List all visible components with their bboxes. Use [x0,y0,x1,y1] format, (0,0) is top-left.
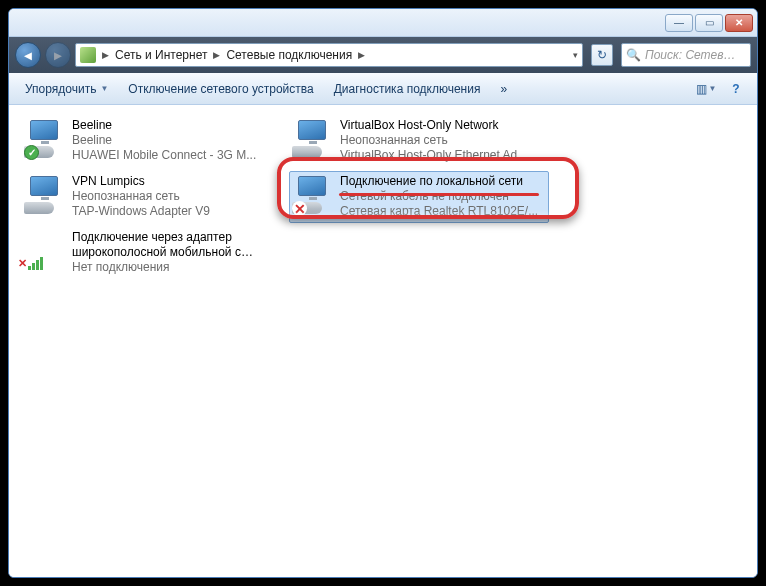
connection-name: VirtualBox Host-Only Network [340,118,527,133]
explorer-window: — ▭ ✕ ◄ ► ▶ Сеть и Интернет ▶ Сетевые по… [8,8,758,578]
connection-device: Сетевая карта Realtek RTL8102E/... [340,204,538,219]
back-button[interactable]: ◄ [15,42,41,68]
breadcrumb[interactable]: Сетевые подключения [226,48,352,62]
connection-icon: ✕ [292,174,334,216]
search-icon: 🔍 [626,48,641,62]
breadcrumb[interactable]: Сеть и Интернет [115,48,207,62]
view-mode-button[interactable]: ▥▼ [693,78,719,100]
connection-item[interactable]: VPN Lumpics Неопознанная сеть TAP-Window… [21,171,281,223]
refresh-button[interactable]: ↻ [591,44,613,66]
dropdown-chevron-icon[interactable]: ▾ [573,50,578,60]
chevron-icon: ▶ [358,50,365,60]
connection-name: VPN Lumpics [72,174,210,189]
connection-item[interactable]: ✓ Beeline Beeline HUAWEI Mobile Connect … [21,115,281,167]
maximize-button[interactable]: ▭ [695,14,723,32]
titlebar[interactable]: — ▭ ✕ [9,9,757,37]
connection-icon [24,174,66,216]
connection-item[interactable]: VirtualBox Host-Only Network Неопознанна… [289,115,549,167]
connection-status: Beeline [72,133,256,148]
connection-device: TAP-Windows Adapter V9 [72,204,210,219]
search-input[interactable]: 🔍 Поиск: Сетев… [621,43,751,67]
navigation-bar: ◄ ► ▶ Сеть и Интернет ▶ Сетевые подключе… [9,37,757,73]
connection-status: Нет подключения [72,260,272,275]
status-disconnected-icon: ✕ [292,201,307,216]
signal-bars-icon [28,257,43,270]
connection-name: Beeline [72,118,256,133]
organize-button[interactable]: Упорядочить▼ [17,79,116,99]
connection-status: Неопознанная сеть [72,189,210,204]
connection-item[interactable]: Подключение через адаптер широкополосной… [21,227,281,279]
connection-device: VirtualBox Host-Only Ethernet Ad... [340,148,527,163]
connection-icon [292,118,334,160]
forward-button[interactable]: ► [45,42,71,68]
connection-item-selected[interactable]: ✕ Подключение по локальной сети Сетевой … [289,171,549,223]
connection-icon: ✓ [24,118,66,160]
diagnostics-button[interactable]: Диагностика подключения [326,79,489,99]
more-button[interactable]: » [492,79,515,99]
content-area[interactable]: ✓ Beeline Beeline HUAWEI Mobile Connect … [9,105,757,577]
connection-status: Неопознанная сеть [340,133,527,148]
address-bar[interactable]: ▶ Сеть и Интернет ▶ Сетевые подключения … [75,43,583,67]
toolbar: Упорядочить▼ Отключение сетевого устройс… [9,73,757,105]
connection-name: Подключение через адаптер широкополосной… [72,230,272,260]
connection-device: HUAWEI Mobile Connect - 3G M... [72,148,256,163]
connection-status: Сетевой кабель не подключен [340,189,538,204]
chevron-icon: ▶ [102,50,109,60]
disable-device-button[interactable]: Отключение сетевого устройства [120,79,321,99]
close-button[interactable]: ✕ [725,14,753,32]
connection-name: Подключение по локальной сети [340,174,538,189]
chevron-icon: ▶ [213,50,220,60]
help-button[interactable]: ? [723,78,749,100]
search-placeholder: Поиск: Сетев… [645,48,736,62]
network-icon [80,47,96,63]
connection-icon [24,230,66,272]
status-ok-icon: ✓ [24,145,39,160]
minimize-button[interactable]: — [665,14,693,32]
